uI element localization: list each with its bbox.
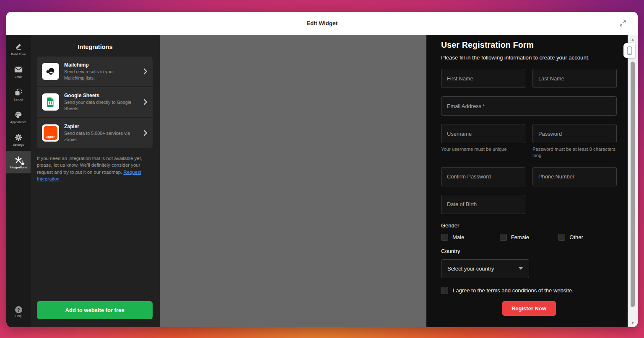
scrollbar-up-arrow[interactable]: ▲ xyxy=(628,37,638,41)
phone-number-input[interactable] xyxy=(532,167,617,186)
credentials-row xyxy=(441,124,617,143)
sidebar-label: Email xyxy=(15,75,22,78)
gender-option-male[interactable]: Male xyxy=(441,234,500,241)
integration-text: Mailchimp Send new results to your Mailc… xyxy=(64,62,138,81)
hand-cursor-icon xyxy=(19,160,25,168)
terms-row[interactable]: I agree to the terms and conditions of t… xyxy=(441,287,617,294)
phone-icon xyxy=(627,46,632,55)
google-sheets-icon xyxy=(42,93,59,111)
integration-description: Send data to 5,000+ services via Zapier. xyxy=(64,130,135,142)
password-input[interactable] xyxy=(532,124,617,143)
palette-icon xyxy=(14,111,23,119)
add-to-website-button[interactable]: Add to website for free xyxy=(37,301,153,319)
sidebar-item-build-form[interactable]: Build Form xyxy=(6,38,31,60)
integration-description: Send your data directly to Google Sheets… xyxy=(64,99,135,111)
sidebar-item-help[interactable]: ? Help xyxy=(6,306,31,323)
sidebar-item-integrations[interactable]: Integrations xyxy=(6,151,31,173)
zapier-icon: zapier xyxy=(42,124,59,142)
scrollbar-thumb[interactable] xyxy=(631,62,635,307)
female-label: Female xyxy=(511,234,529,240)
male-checkbox[interactable] xyxy=(441,234,448,241)
other-checkbox[interactable] xyxy=(558,234,565,241)
credentials-hints: Your username must be unique Password mu… xyxy=(441,143,617,159)
panel-title: Integrations xyxy=(31,44,160,50)
sidebar-label: Layout xyxy=(14,98,23,101)
sidebar-label: Settings xyxy=(13,143,24,146)
pencil-icon xyxy=(15,43,23,51)
sidebar-item-appearance[interactable]: Appearance xyxy=(6,106,31,128)
sidebar-item-settings[interactable]: Settings xyxy=(6,128,31,151)
preview-background xyxy=(160,35,426,327)
country-select[interactable]: Select your country xyxy=(441,259,529,278)
window-header: Edit Widget xyxy=(6,12,638,35)
sidebar-item-layout[interactable]: Layout xyxy=(6,83,31,106)
mobile-preview-toggle[interactable] xyxy=(623,43,635,58)
window-content: Build Form Email xyxy=(6,35,638,327)
male-label: Male xyxy=(452,234,464,240)
expand-icon xyxy=(619,19,627,27)
caret-down-icon xyxy=(519,267,523,270)
sidebar-label: Appearance xyxy=(10,121,27,124)
other-label: Other xyxy=(569,234,583,240)
zapier-logo-text: zapier xyxy=(47,135,55,138)
password-hint: Password must be at least 8 characters l… xyxy=(532,146,617,159)
integration-item-google-sheets[interactable]: Google Sheets Send your data directly to… xyxy=(37,87,153,118)
confirm-password-input[interactable] xyxy=(441,167,525,186)
integration-item-mailchimp[interactable]: Mailchimp Send new results to your Mailc… xyxy=(37,57,153,87)
chevron-right-icon xyxy=(143,68,148,75)
female-checkbox[interactable] xyxy=(500,234,507,241)
gender-label: Gender xyxy=(441,222,617,229)
dob-row xyxy=(441,195,617,214)
integration-name: Google Sheets xyxy=(64,93,138,98)
gender-option-female[interactable]: Female xyxy=(500,234,558,241)
scrollbar: ▲ ▼ xyxy=(628,35,638,327)
integration-list: Mailchimp Send new results to your Mailc… xyxy=(37,57,153,148)
country-label: Country xyxy=(441,248,617,254)
email-input[interactable] xyxy=(441,96,617,116)
sidebar-item-email[interactable]: Email xyxy=(6,60,31,83)
integrations-hub-icon xyxy=(14,156,23,164)
gradient-background: Edit Widget Build Form xyxy=(0,0,644,338)
date-of-birth-input[interactable] xyxy=(441,195,525,214)
sidebar: Build Form Email xyxy=(6,35,31,327)
email-row xyxy=(441,96,617,116)
integration-name: Zapier xyxy=(64,124,138,129)
confirm-phone-row xyxy=(441,167,617,186)
chevron-right-icon xyxy=(143,129,148,137)
country-select-value: Select your country xyxy=(447,266,494,272)
register-now-button[interactable]: Register Now xyxy=(502,301,556,316)
request-integration-text: If you need an integration that is not a… xyxy=(37,155,151,183)
sidebar-label: Build Form xyxy=(11,53,26,56)
chevron-right-icon xyxy=(143,98,148,106)
envelope-icon xyxy=(14,65,23,74)
edit-widget-window: Edit Widget Build Form xyxy=(6,12,638,327)
form-title: User Registration Form xyxy=(441,40,617,50)
form-subtitle: Please fill in the following information… xyxy=(441,54,617,61)
gender-options: Male Female Other xyxy=(441,234,617,241)
name-row xyxy=(441,69,617,88)
sidebar-label: Help xyxy=(16,315,21,317)
integration-description: Send new results to your Mailchimp lists… xyxy=(64,69,135,81)
integration-text: Google Sheets Send your data directly to… xyxy=(64,93,138,111)
first-name-input[interactable] xyxy=(441,69,525,88)
username-input[interactable] xyxy=(441,124,525,143)
expand-button[interactable] xyxy=(617,17,628,29)
terms-checkbox[interactable] xyxy=(441,287,448,294)
terms-label: I agree to the terms and conditions of t… xyxy=(453,287,574,294)
scrollbar-down-arrow[interactable]: ▼ xyxy=(628,321,638,325)
integration-name: Mailchimp xyxy=(64,62,138,68)
integration-item-zapier[interactable]: zapier Zapier Send data to 5,000+ servic… xyxy=(37,118,153,148)
mailchimp-icon xyxy=(42,63,59,80)
layout-icon xyxy=(14,88,23,96)
zapier-logo-box: zapier xyxy=(44,126,57,140)
last-name-input[interactable] xyxy=(532,69,617,88)
widget-preview: User Registration Form Please fill in th… xyxy=(426,35,628,327)
gear-icon xyxy=(14,133,23,142)
gender-option-other[interactable]: Other xyxy=(558,234,617,241)
username-hint: Your username must be unique xyxy=(441,146,525,159)
window-title: Edit Widget xyxy=(306,20,338,26)
help-icon: ? xyxy=(15,306,22,313)
integrations-panel: Integrations Mailchimp xyxy=(31,35,160,327)
integration-text: Zapier Send data to 5,000+ services via … xyxy=(64,124,138,142)
